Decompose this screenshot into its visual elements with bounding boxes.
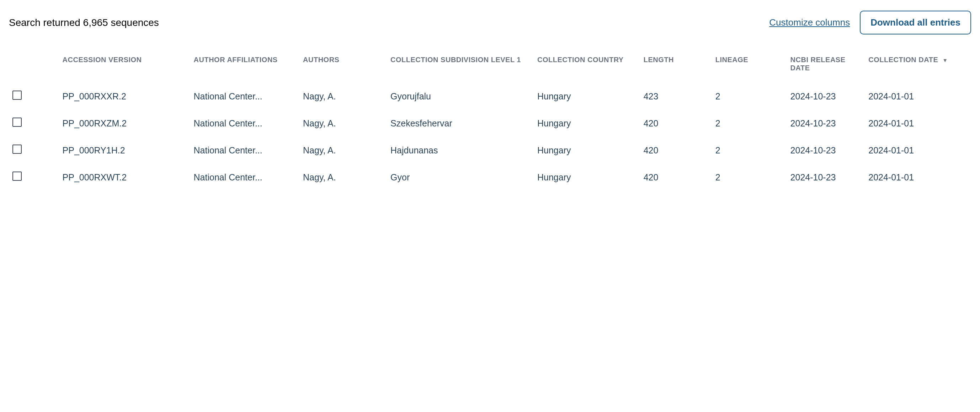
column-header-select — [9, 52, 59, 83]
table-row: PP_000RY1H.2 National Center... Nagy, A.… — [9, 137, 971, 164]
row-checkbox[interactable] — [13, 144, 22, 154]
header-actions: Customize columns Download all entries — [769, 11, 971, 35]
cell-length: 420 — [640, 164, 712, 191]
row-checkbox[interactable] — [13, 90, 22, 100]
cell-affiliations: National Center... — [190, 164, 300, 191]
row-checkbox[interactable] — [13, 117, 22, 127]
cell-length: 420 — [640, 137, 712, 164]
column-header-affiliations[interactable]: AUTHOR AFFILIATIONS — [190, 52, 300, 83]
table-row: PP_000RXZM.2 National Center... Nagy, A.… — [9, 110, 971, 137]
cell-authors: Nagy, A. — [299, 83, 387, 110]
cell-accession: PP_000RXWT.2 — [59, 164, 190, 191]
cell-affiliations: National Center... — [190, 83, 300, 110]
results-header: Search returned 6,965 sequences Customiz… — [9, 11, 971, 35]
cell-accession: PP_000RXZM.2 — [59, 110, 190, 137]
customize-columns-link[interactable]: Customize columns — [769, 17, 850, 28]
column-header-country[interactable]: COLLECTION COUNTRY — [534, 52, 640, 83]
column-header-length[interactable]: LENGTH — [640, 52, 712, 83]
cell-accession: PP_000RY1H.2 — [59, 137, 190, 164]
cell-authors: Nagy, A. — [299, 110, 387, 137]
table-body: PP_000RXXR.2 National Center... Nagy, A.… — [9, 83, 971, 191]
cell-authors: Nagy, A. — [299, 137, 387, 164]
column-header-authors[interactable]: AUTHORS — [299, 52, 387, 83]
cell-collection-date: 2024-01-01 — [865, 83, 971, 110]
cell-country: Hungary — [534, 83, 640, 110]
cell-lineage: 2 — [712, 164, 787, 191]
table-row: PP_000RXWT.2 National Center... Nagy, A.… — [9, 164, 971, 191]
cell-length: 423 — [640, 83, 712, 110]
cell-collection-date: 2024-01-01 — [865, 164, 971, 191]
sort-desc-icon: ▼ — [942, 57, 948, 63]
cell-country: Hungary — [534, 110, 640, 137]
table-header-row: ACCESSION VERSION AUTHOR AFFILIATIONS AU… — [9, 52, 971, 83]
cell-subdivision: Hajdunanas — [387, 137, 534, 164]
cell-release-date: 2024-10-23 — [787, 110, 865, 137]
cell-lineage: 2 — [712, 110, 787, 137]
cell-collection-date: 2024-01-01 — [865, 110, 971, 137]
column-header-collection-date-label: COLLECTION DATE — [869, 56, 938, 63]
cell-length: 420 — [640, 110, 712, 137]
results-table: ACCESSION VERSION AUTHOR AFFILIATIONS AU… — [9, 52, 971, 191]
table-row: PP_000RXXR.2 National Center... Nagy, A.… — [9, 83, 971, 110]
download-all-button[interactable]: Download all entries — [860, 11, 971, 35]
column-header-subdivision[interactable]: COLLECTION SUBDIVISION LEVEL 1 — [387, 52, 534, 83]
cell-release-date: 2024-10-23 — [787, 137, 865, 164]
column-header-collection-date[interactable]: COLLECTION DATE ▼ — [865, 52, 971, 83]
cell-affiliations: National Center... — [190, 137, 300, 164]
column-header-release-date[interactable]: NCBI RELEASE DATE — [787, 52, 865, 83]
cell-country: Hungary — [534, 164, 640, 191]
cell-subdivision: Szekesfehervar — [387, 110, 534, 137]
cell-subdivision: Gyor — [387, 164, 534, 191]
cell-accession: PP_000RXXR.2 — [59, 83, 190, 110]
search-summary: Search returned 6,965 sequences — [9, 17, 159, 29]
row-checkbox[interactable] — [13, 171, 22, 181]
cell-collection-date: 2024-01-01 — [865, 137, 971, 164]
cell-country: Hungary — [534, 137, 640, 164]
column-header-accession[interactable]: ACCESSION VERSION — [59, 52, 190, 83]
cell-lineage: 2 — [712, 83, 787, 110]
cell-authors: Nagy, A. — [299, 164, 387, 191]
cell-lineage: 2 — [712, 137, 787, 164]
cell-subdivision: Gyorujfalu — [387, 83, 534, 110]
cell-release-date: 2024-10-23 — [787, 164, 865, 191]
cell-affiliations: National Center... — [190, 110, 300, 137]
column-header-lineage[interactable]: LINEAGE — [712, 52, 787, 83]
cell-release-date: 2024-10-23 — [787, 83, 865, 110]
